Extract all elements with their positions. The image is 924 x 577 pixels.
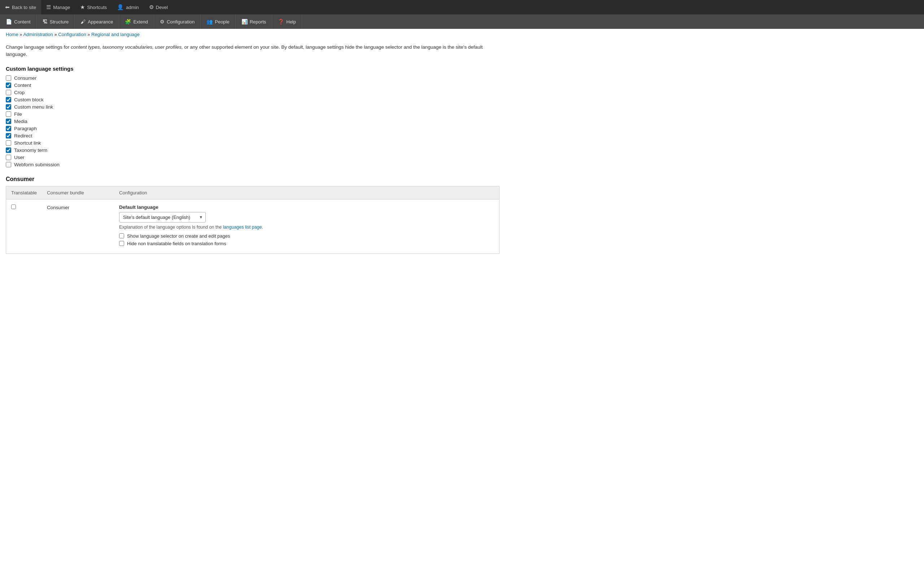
nav-item-appearance[interactable]: 🖌Appearance <box>75 15 119 29</box>
breadcrumb-link-3[interactable]: Regional and language <box>91 32 140 37</box>
help-nav-icon: ❓ <box>278 19 284 24</box>
shortcuts-icon: ★ <box>80 4 85 10</box>
people-nav-icon: 👥 <box>207 19 213 24</box>
nav-item-structure[interactable]: 🏗Structure <box>37 15 75 29</box>
nav-item-configuration[interactable]: ⚙Configuration <box>154 15 201 29</box>
checkbox-taxonomy-term[interactable] <box>6 148 11 153</box>
toolbar-item-label: admin <box>126 5 139 10</box>
bundle-name-0: Consumer <box>47 205 69 210</box>
breadcrumb-link-1[interactable]: Administration <box>23 32 53 37</box>
checkbox-media[interactable] <box>6 119 11 124</box>
default-language-label-0: Default language <box>119 205 494 210</box>
appearance-nav-icon: 🖌 <box>81 19 86 24</box>
checkbox-label-shortcut-link: Shortcut link <box>14 140 41 146</box>
languages-list-link[interactable]: languages list page <box>223 225 262 230</box>
checkbox-item-consumer: Consumer <box>6 76 499 81</box>
checkbox-custom-block[interactable] <box>6 97 11 102</box>
description-italic: content types, taxonomy vocabularies, us… <box>71 44 183 50</box>
col-config: Configuration <box>114 186 499 199</box>
checkbox-webform-submission[interactable] <box>6 162 11 167</box>
option-input-hide-nontranslatable[interactable] <box>119 241 124 246</box>
checkbox-label-custom-menu-link: Custom menu link <box>14 104 53 110</box>
toolbar-item-label: Manage <box>53 5 70 10</box>
checkbox-item-crop: Crop <box>6 90 499 95</box>
checkbox-item-redirect: Redirect <box>6 133 499 139</box>
option-label-hide-nontranslatable: Hide non translatable fields on translat… <box>127 241 226 246</box>
checkbox-label-taxonomy-term: Taxonomy term <box>14 148 47 153</box>
checkbox-user[interactable] <box>6 155 11 160</box>
checkbox-shortcut-link[interactable] <box>6 140 11 146</box>
nav-item-content[interactable]: 📄Content <box>0 15 37 29</box>
content-nav-icon: 📄 <box>6 19 12 24</box>
select-wrapper-0: Site's default language (English)English… <box>119 212 206 222</box>
nav-item-reports[interactable]: 📊Reports <box>236 15 273 29</box>
checkbox-content[interactable] <box>6 82 11 88</box>
breadcrumb: (function() { const data = JSON.parse(do… <box>0 29 924 40</box>
admin-toolbar: (function() { const data = JSON.parse(do… <box>0 0 924 15</box>
checkbox-label-webform-submission: Webform submission <box>14 162 60 167</box>
toolbar-item-manage[interactable]: ☰Manage <box>41 0 75 15</box>
checkbox-item-webform-submission: Webform submission <box>6 162 499 167</box>
toolbar-item-devel[interactable]: ⚙Devel <box>144 0 173 15</box>
nav-item-label: Extend <box>133 19 148 24</box>
nav-item-people[interactable]: 👥People <box>201 15 235 29</box>
reports-nav-icon: 📊 <box>241 19 247 24</box>
nav-item-label: Help <box>286 19 296 24</box>
checkbox-label-media: Media <box>14 119 27 124</box>
config-table: Translatable Consumer bundle Configurati… <box>6 186 499 254</box>
checkbox-paragraph[interactable] <box>6 126 11 131</box>
table-header-row: Translatable Consumer bundle Configurati… <box>6 186 499 199</box>
configuration-nav-icon: ⚙ <box>160 19 165 24</box>
toolbar-item-label: Shortcuts <box>87 5 107 10</box>
td-translatable-0 <box>6 199 42 253</box>
manage-icon: ☰ <box>46 4 51 10</box>
extend-nav-icon: 🧩 <box>125 19 131 24</box>
option-input-show-selector[interactable] <box>119 233 124 239</box>
nav-item-extend[interactable]: 🧩Extend <box>119 15 154 29</box>
toolbar-item-back-to-site[interactable]: ⬅Back to site <box>0 0 41 15</box>
checkbox-label-consumer: Consumer <box>14 76 36 81</box>
checkbox-file[interactable] <box>6 111 11 117</box>
devel-icon: ⚙ <box>149 4 154 10</box>
checkbox-redirect[interactable] <box>6 133 11 139</box>
checkbox-label-user: User <box>14 155 24 160</box>
toolbar-item-admin[interactable]: 👤admin <box>112 0 144 15</box>
toolbar-item-label: Devel <box>156 5 168 10</box>
checkbox-item-user: User <box>6 155 499 160</box>
checkbox-item-custom-block: Custom block <box>6 97 499 102</box>
language-select-0[interactable]: Site's default language (English)English… <box>119 212 206 222</box>
checkbox-label-redirect: Redirect <box>14 133 32 139</box>
language-explanation-0: Explanation of the language options is f… <box>119 225 494 230</box>
nav-item-label: People <box>215 19 229 24</box>
checkbox-crop[interactable] <box>6 90 11 95</box>
nav-item-label: Content <box>14 19 31 24</box>
checkbox-label-paragraph: Paragraph <box>14 126 37 131</box>
admin-icon: 👤 <box>117 4 124 10</box>
option-label-show-selector: Show language selector on create and edi… <box>127 233 230 239</box>
breadcrumb-link-0[interactable]: Home <box>6 32 18 37</box>
checkbox-item-media: Media <box>6 119 499 124</box>
toolbar-item-shortcuts[interactable]: ★Shortcuts <box>75 0 112 15</box>
col-bundle: Consumer bundle <box>42 186 114 199</box>
breadcrumb-separator: » <box>53 32 58 37</box>
breadcrumb-separator: » <box>86 32 91 37</box>
consumer-section-title: Consumer <box>6 176 499 182</box>
td-bundle-0: Consumer <box>42 199 114 253</box>
breadcrumb-separator: » <box>18 32 23 37</box>
nav-item-label: Structure <box>50 19 69 24</box>
translatable-checkbox-0[interactable] <box>11 205 16 209</box>
nav-item-label: Appearance <box>88 19 113 24</box>
nav-item-help[interactable]: ❓Help <box>272 15 302 29</box>
checkbox-consumer[interactable] <box>6 76 11 81</box>
checkbox-item-shortcut-link: Shortcut link <box>6 140 499 146</box>
breadcrumb-link-2[interactable]: Configuration <box>58 32 86 37</box>
table-header: Translatable Consumer bundle Configurati… <box>6 186 499 199</box>
nav-item-label: Configuration <box>167 19 195 24</box>
col-translatable: Translatable <box>6 186 42 199</box>
checkbox-custom-menu-link[interactable] <box>6 104 11 110</box>
checkbox-item-file: File <box>6 111 499 117</box>
page-description: Change language settings for content typ… <box>6 44 499 58</box>
checkbox-item-content: Content <box>6 82 499 88</box>
option-checkbox-show-selector: Show language selector on create and edi… <box>119 233 494 239</box>
checkbox-item-taxonomy-term: Taxonomy term <box>6 148 499 153</box>
